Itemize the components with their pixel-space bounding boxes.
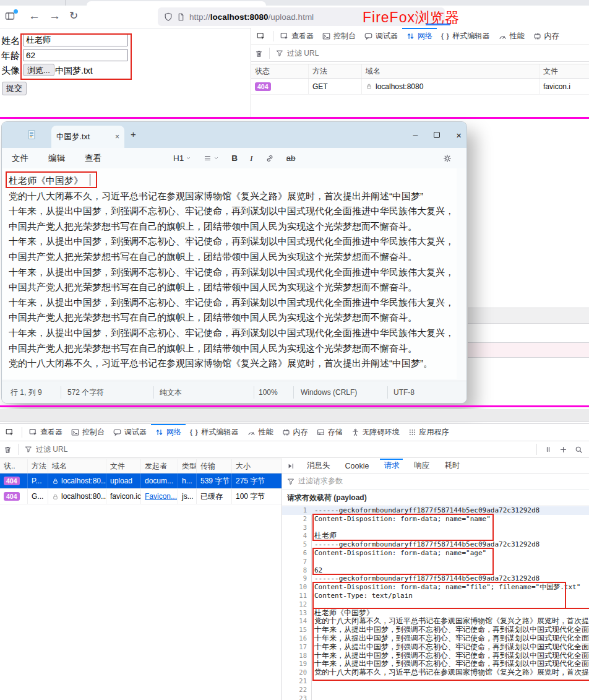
devtools-tab-a11y[interactable]: 无障碍环境 [347, 424, 404, 441]
details-toggle-icon[interactable] [282, 462, 299, 470]
column-header[interactable]: 发起者 [141, 459, 178, 473]
line-number: 19 [282, 660, 307, 668]
payload-section-header[interactable]: 请求有效载荷 (payload) [282, 490, 589, 506]
menu-edit[interactable]: 编辑 [38, 153, 75, 164]
payload-line: 14党的十八大闭幕不久，习近平总书记在参观国家博物馆《复兴之路》展览时，首次提出… [282, 617, 589, 626]
details-tab[interactable]: 请求 [376, 459, 406, 473]
column-header[interactable]: 方法 [28, 459, 48, 473]
column-header[interactable]: 域名 [48, 459, 106, 473]
menu-file[interactable]: 文件 [2, 153, 38, 164]
devtools-tab-storage[interactable]: 存储 [312, 424, 347, 441]
payload-text: Content-Disposition: form-data; name="fi… [314, 583, 580, 592]
details-tab[interactable]: Cookie [338, 459, 377, 473]
devtools-tab-inspect[interactable]: 查看器 [25, 424, 67, 441]
element-picker-icon[interactable] [251, 28, 270, 45]
reload-icon[interactable]: ↻ [69, 9, 78, 22]
trash-icon[interactable] [255, 50, 263, 58]
params-filter-row[interactable]: 过滤请求参数 [282, 473, 589, 490]
filter-url-placeholder[interactable]: 过滤 URL [36, 444, 67, 455]
line-number: 16 [282, 634, 307, 643]
add-icon[interactable] [559, 446, 567, 454]
background-row-error [468, 342, 589, 358]
pause-icon[interactable] [544, 446, 552, 453]
element-picker-icon[interactable] [0, 424, 19, 441]
age-input[interactable] [23, 49, 128, 61]
status-segment: UTF-8 [393, 381, 415, 404]
heading-dropdown[interactable]: H1 [167, 153, 197, 163]
avatar-label: 头像: [1, 64, 22, 77]
payload-line: 17十年来，从提出中国梦，到强调不忘初心、牢记使命，再到谋划以中国式现代化全面推… [282, 643, 589, 652]
minimize-icon[interactable]: – [413, 130, 418, 140]
magenta-annotation-line-top [0, 117, 589, 119]
strikethrough-button[interactable]: ab [280, 153, 302, 163]
submit-button[interactable]: 提交 [2, 82, 27, 95]
status-segment: 纯文本 [160, 381, 182, 404]
devtools-tab-inspect[interactable]: 查看器 [276, 28, 318, 45]
devtools-tab-network[interactable]: 网络 [151, 424, 186, 441]
page-info-icon[interactable] [177, 13, 185, 21]
devtools-tab-debugger[interactable]: 调试器 [109, 424, 151, 441]
menu-view[interactable]: 查看 [75, 153, 111, 164]
devtools-tab-perf[interactable]: 性能 [243, 424, 278, 441]
notepad-titlebar[interactable]: 中国梦.txt × + – × [2, 122, 466, 148]
payload-line: 11Content-Type: text/plain [282, 592, 589, 600]
notepad-text-area[interactable]: 杜老师《中国梦》党的十八大闭幕不久，习近平总书记在参观国家博物馆《复兴之路》展览… [2, 168, 457, 379]
line-number: 17 [282, 643, 307, 652]
close-icon[interactable]: × [456, 130, 462, 140]
payload-line: 22 [282, 686, 589, 694]
network-request-row[interactable]: 404P...localhost:80...uploaddocum...h...… [0, 473, 282, 489]
column-header[interactable]: 状态 [251, 64, 309, 78]
column-header[interactable]: 方法 [309, 64, 362, 78]
devtools-tab-memory[interactable]: 内存 [529, 28, 564, 45]
column-header[interactable]: 传输 [197, 459, 232, 473]
column-header[interactable]: 文件 [106, 459, 141, 473]
network-request-row[interactable]: 404G...localhost:80...favicon.icFavicon.… [0, 489, 282, 504]
shield-icon[interactable] [164, 12, 173, 21]
column-header[interactable]: 大小 [232, 459, 282, 473]
name-input[interactable] [23, 34, 128, 46]
italic-button[interactable]: I [244, 153, 259, 163]
devtools-tab-network[interactable]: 网络 [402, 28, 437, 45]
browser-active-tab[interactable] [87, 1, 266, 6]
payload-text: 十年来，从提出中国梦，到强调不忘初心、牢记使命，再到谋划以中国式现代化全面推进中… [314, 634, 589, 643]
column-header[interactable]: 文件 [540, 64, 589, 78]
details-tab[interactable]: 消息头 [299, 459, 338, 473]
devtools-tab-style[interactable]: { }样式编辑器 [186, 424, 243, 441]
column-header[interactable]: 类型 [178, 459, 197, 473]
column-header[interactable]: 域名 [362, 64, 540, 78]
details-tab[interactable]: 耗时 [437, 459, 467, 473]
notepad-document-tab[interactable]: 中国梦.txt × [51, 126, 124, 148]
back-icon[interactable]: ← [28, 9, 40, 23]
devtools-tab-debugger[interactable]: 调试器 [360, 28, 402, 45]
details-tab[interactable]: 响应 [406, 459, 437, 473]
filter-url-placeholder[interactable]: 过滤 URL [287, 48, 319, 59]
devtools-tab-perf[interactable]: 性能 [494, 28, 529, 45]
settings-button[interactable] [437, 154, 458, 163]
list-dropdown[interactable] [197, 154, 225, 162]
network-request-row[interactable]: 404 GET localhost:8080 favicon.i [251, 79, 589, 95]
new-tab-icon[interactable]: + [131, 129, 136, 139]
payload-line: 5------geckoformboundaryff1877f587144b5e… [282, 540, 589, 549]
devtools-tab-console[interactable]: 控制台 [67, 424, 109, 441]
devtools-tab-style[interactable]: { }样式编辑器 [437, 28, 494, 45]
link-button[interactable] [259, 154, 280, 163]
tab-close-icon[interactable]: × [115, 132, 119, 141]
bold-button[interactable]: B [225, 153, 244, 163]
toolbar-separator [18, 444, 19, 455]
column-header[interactable]: 状.. [0, 459, 28, 473]
devtools-tab-memory[interactable]: 内存 [278, 424, 312, 441]
forward-icon[interactable]: → [49, 9, 61, 23]
trash-icon[interactable] [4, 446, 12, 454]
devtools-tab-console[interactable]: 控制台 [318, 28, 360, 45]
search-icon[interactable] [575, 446, 583, 454]
status-badge: 404 [4, 492, 20, 501]
payload-line: 1------geckoformboundaryff1877f587144b5e… [282, 506, 589, 515]
devtools-top-filter-row: 过滤 URL [251, 45, 589, 62]
name-label: 姓名: [1, 34, 22, 48]
inspect-icon [29, 428, 37, 436]
funnel-icon [287, 478, 294, 485]
devtools-tab-apps[interactable]: 应用程序 [404, 424, 454, 441]
browse-button[interactable]: 浏览... [23, 64, 54, 76]
maximize-icon[interactable] [434, 132, 440, 138]
payload-code-view[interactable]: 1------geckoformboundaryff1877f587144b5e… [282, 506, 589, 700]
